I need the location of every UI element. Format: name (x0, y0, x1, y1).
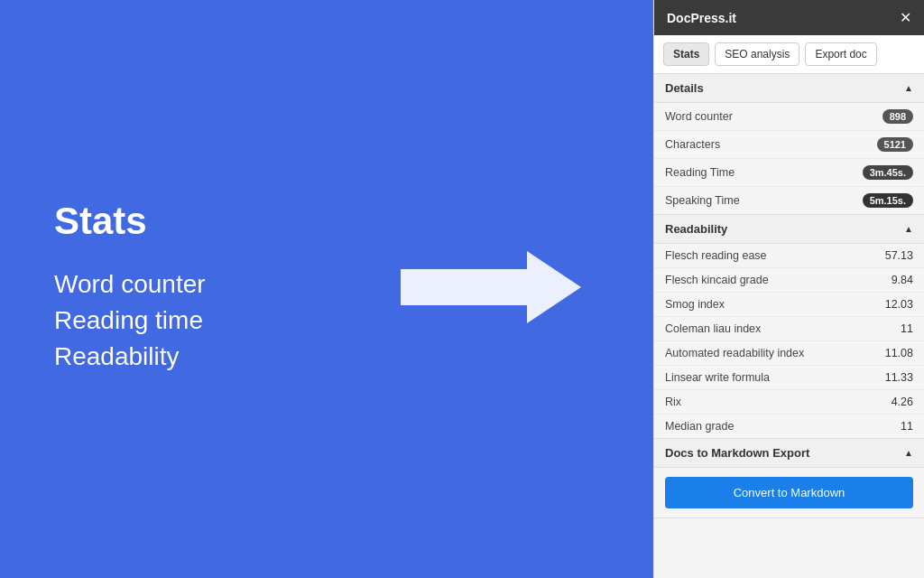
arrow-container (401, 251, 581, 327)
linsear-label: Linsear write formula (665, 371, 770, 384)
median-grade-row: Median grade 11 (654, 415, 924, 438)
rix-label: Rix (665, 396, 681, 408)
readability-section-header: Readability ▲ (654, 215, 924, 244)
speaking-time-label: Speaking Time (665, 194, 740, 207)
details-section-header: Details ▲ (654, 74, 924, 103)
characters-row: Characters 5121 (654, 131, 924, 159)
reading-time-badge: 3m.45s. (863, 165, 913, 180)
export-section-header: Docs to Markdown Export ▲ (654, 439, 924, 468)
export-section: Docs to Markdown Export ▲ Convert to Mar… (654, 439, 924, 518)
readability-collapse-icon[interactable]: ▲ (904, 224, 913, 234)
svg-marker-0 (401, 251, 581, 323)
details-label: Details (665, 81, 704, 95)
word-counter-label: Word counter (665, 110, 733, 123)
flesch-ease-row: Flesch reading ease 57.13 (654, 244, 924, 268)
rix-row: Rix 4.26 (654, 390, 924, 415)
smog-value: 12.03 (885, 298, 913, 311)
coleman-row: Coleman liau index 11 (654, 317, 924, 341)
speaking-time-row: Speaking Time 5m.15s. (654, 187, 924, 214)
page-title: Stats (54, 200, 206, 243)
arrow-icon (401, 251, 581, 323)
export-collapse-icon[interactable]: ▲ (904, 448, 913, 458)
median-grade-value: 11 (901, 420, 913, 433)
feature-list: Word counter Reading time Readability (54, 270, 206, 371)
characters-badge: 5121 (877, 137, 913, 152)
median-grade-label: Median grade (665, 420, 734, 433)
list-item-3: Readability (54, 342, 206, 371)
list-item-2: Reading time (54, 306, 206, 335)
export-label: Docs to Markdown Export (665, 446, 809, 460)
export-content: Convert to Markdown (654, 468, 924, 517)
convert-button[interactable]: Convert to Markdown (665, 477, 913, 508)
ari-row: Automated readability index 11.08 (654, 341, 924, 366)
smog-row: Smog index 12.03 (654, 293, 924, 317)
left-panel: Stats Word counter Reading time Readabil… (0, 0, 653, 578)
tab-seo[interactable]: SEO analysis (715, 42, 799, 66)
details-collapse-icon[interactable]: ▲ (904, 83, 913, 93)
characters-label: Characters (665, 138, 720, 151)
linsear-value: 11.33 (885, 371, 913, 384)
coleman-label: Coleman liau index (665, 322, 761, 335)
coleman-value: 11 (901, 322, 913, 335)
tab-stats[interactable]: Stats (663, 42, 709, 66)
readability-section: Readability ▲ Flesch reading ease 57.13 … (654, 215, 924, 439)
speaking-time-badge: 5m.15s. (863, 193, 913, 208)
linsear-row: Linsear write formula 11.33 (654, 366, 924, 390)
panel-content: Details ▲ Word counter 898 Characters 51… (654, 74, 924, 578)
flesch-ease-label: Flesch reading ease (665, 249, 767, 262)
details-section: Details ▲ Word counter 898 Characters 51… (654, 74, 924, 215)
left-content: Stats Word counter Reading time Readabil… (54, 200, 206, 378)
smog-label: Smog index (665, 298, 725, 311)
ari-value: 11.08 (885, 347, 913, 359)
list-item-1: Word counter (54, 270, 206, 299)
rix-value: 4.26 (892, 396, 913, 408)
tab-bar: Stats SEO analysis Export doc (654, 35, 924, 74)
close-button[interactable]: ✕ (900, 9, 911, 26)
reading-time-label: Reading Time (665, 166, 735, 179)
app-title: DocPress.it (667, 11, 736, 25)
word-counter-badge: 898 (882, 109, 913, 124)
right-panel: DocPress.it ✕ Stats SEO analysis Export … (653, 0, 924, 578)
flesch-kincaid-value: 9.84 (892, 274, 913, 286)
reading-time-row: Reading Time 3m.45s. (654, 159, 924, 187)
flesch-ease-value: 57.13 (885, 249, 913, 262)
readability-label: Readability (665, 222, 727, 236)
panel-header: DocPress.it ✕ (654, 0, 924, 35)
tab-export[interactable]: Export doc (805, 42, 876, 66)
flesch-kincaid-row: Flesch kincaid grade 9.84 (654, 268, 924, 293)
flesch-kincaid-label: Flesch kincaid grade (665, 274, 769, 286)
word-counter-row: Word counter 898 (654, 103, 924, 131)
ari-label: Automated readability index (665, 347, 804, 359)
